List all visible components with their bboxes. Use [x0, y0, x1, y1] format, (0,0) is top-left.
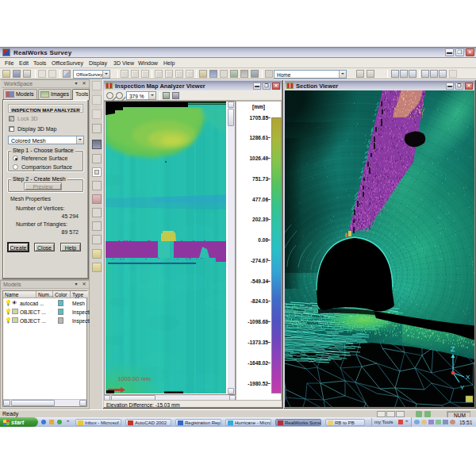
svg-text:Z: Z: [451, 345, 455, 353]
svg-text:X: X: [466, 374, 470, 381]
svg-text:Y: Y: [460, 384, 465, 391]
svg-text:1000.00 mm: 1000.00 mm: [117, 375, 151, 382]
